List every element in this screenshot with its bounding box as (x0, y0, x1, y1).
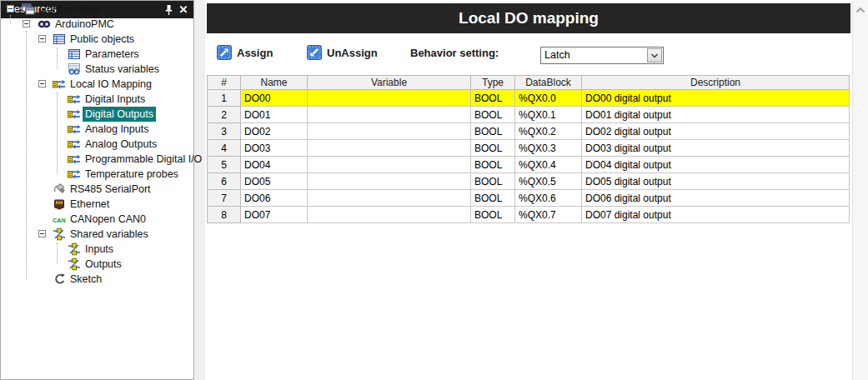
cell-variable[interactable] (308, 157, 471, 173)
io-mapping-icon (68, 122, 81, 136)
cell-name[interactable]: DO00 (241, 90, 308, 107)
ethernet-icon (53, 198, 66, 211)
cell-description[interactable]: DO04 digital output (582, 157, 850, 173)
tree-item-status-variables[interactable]: Status variables (1, 62, 193, 77)
cell-datablock[interactable]: %QX0.3 (515, 140, 582, 157)
cell-num[interactable]: 5 (208, 157, 241, 173)
cell-description[interactable]: DO00 digital output (582, 90, 850, 107)
cell-datablock[interactable]: %QX0.4 (515, 157, 582, 173)
tree-item-shared-variables[interactable]: Shared variables (1, 227, 193, 242)
expand-toggle-icon[interactable] (38, 80, 46, 88)
cell-num[interactable]: 4 (208, 140, 241, 157)
tree-item-temperature-probes[interactable]: Temperature probes (1, 167, 193, 182)
cell-datablock[interactable]: %QX0.0 (515, 90, 582, 107)
cell-description[interactable]: DO01 digital output (582, 107, 850, 123)
cell-type[interactable]: BOOL (471, 173, 515, 190)
tree-item-digital-outputs[interactable]: Digital Outputs (1, 107, 193, 122)
cell-type[interactable]: BOOL (471, 207, 515, 223)
expand-toggle-icon[interactable] (23, 20, 30, 28)
cell-name[interactable]: DO03 (241, 140, 308, 157)
cell-description[interactable]: DO07 digital output (582, 207, 850, 223)
table-row-do03[interactable]: 4DO03BOOL%QX0.3DO03 digital output (208, 140, 850, 157)
tree-item-configuration[interactable]: Configuration (1, 2, 193, 17)
cell-variable[interactable] (308, 107, 471, 123)
tree-item-local-io-mapping[interactable]: Local IO Mapping (1, 77, 193, 92)
cell-description[interactable]: DO03 digital output (582, 140, 850, 157)
cell-description[interactable]: DO02 digital output (582, 123, 850, 140)
cell-description[interactable]: DO06 digital output (582, 190, 850, 207)
column-header-: # (208, 76, 241, 90)
table-row-do04[interactable]: 5DO04BOOL%QX0.4DO04 digital output (208, 157, 850, 173)
cell-variable[interactable] (308, 190, 471, 207)
scroll-up-icon[interactable] (853, 3, 868, 17)
can-icon: CAN (53, 212, 66, 226)
table-row-do06[interactable]: 7DO06BOOL%QX0.6DO06 digital output (208, 190, 850, 207)
cell-datablock[interactable]: %QX0.5 (515, 173, 582, 190)
tree-item-canopen-can0[interactable]: CANCANopen CAN0 (1, 212, 193, 227)
cell-datablock[interactable]: %QX0.7 (515, 207, 582, 223)
tree-item-programmable-digital-i-o[interactable]: Programmable Digital I/O (1, 152, 193, 167)
cell-type[interactable]: BOOL (471, 107, 515, 123)
resources-panel: Resources ✕ ConfigurationArduinoPMCPubli… (0, 0, 194, 380)
table-row-do01[interactable]: 2DO01BOOL%QX0.1DO01 digital output (208, 107, 850, 123)
cell-variable[interactable] (308, 90, 471, 107)
cell-variable[interactable] (308, 123, 471, 140)
table-row-do05[interactable]: 6DO05BOOL%QX0.5DO05 digital output (208, 173, 850, 190)
chevron-down-icon[interactable] (647, 48, 662, 62)
cell-num[interactable]: 2 (208, 107, 241, 123)
cell-datablock[interactable]: %QX0.6 (515, 190, 582, 207)
vertical-scrollbar[interactable] (852, 0, 868, 380)
tree-item-label: Public objects (68, 32, 137, 47)
io-mapping-icon (68, 92, 81, 106)
assign-button[interactable]: Assign (217, 44, 273, 61)
cell-num[interactable]: 3 (208, 123, 241, 140)
tree-item-parameters[interactable]: Parameters (1, 47, 193, 62)
expand-toggle-icon[interactable] (38, 230, 46, 238)
cell-type[interactable]: BOOL (471, 140, 515, 157)
cell-variable[interactable] (308, 140, 471, 157)
shared-variables-icon (53, 228, 66, 241)
tree-item-label: RS485 SerialPort (68, 182, 153, 197)
cell-datablock[interactable]: %QX0.2 (515, 123, 582, 140)
cell-type[interactable]: BOOL (471, 90, 515, 107)
cell-num[interactable]: 1 (208, 90, 241, 107)
cell-type[interactable]: BOOL (471, 123, 515, 140)
io-mapping-icon (68, 152, 81, 166)
cell-num[interactable]: 8 (208, 207, 241, 223)
tree-item-ethernet[interactable]: Ethernet (1, 197, 193, 212)
tree-item-analog-outputs[interactable]: Analog Outputs (1, 137, 193, 152)
cell-type[interactable]: BOOL (471, 157, 515, 173)
tree-item-arduinopmc[interactable]: ArduinoPMC (1, 17, 193, 32)
cell-name[interactable]: DO02 (241, 123, 308, 140)
cell-description[interactable]: DO05 digital output (582, 173, 850, 190)
expand-toggle-icon[interactable] (38, 35, 46, 42)
table-row-do02[interactable]: 3DO02BOOL%QX0.2DO02 digital output (208, 123, 850, 140)
cell-name[interactable]: DO07 (241, 207, 308, 223)
cell-num[interactable]: 7 (208, 190, 241, 207)
tree-item-outputs[interactable]: Outputs (1, 257, 193, 272)
tree-item-public-objects[interactable]: Public objects (1, 32, 193, 47)
tree-item-label: Shared variables (68, 227, 151, 242)
tree-item-sketch[interactable]: Sketch (1, 272, 193, 287)
cell-datablock[interactable]: %QX0.1 (515, 107, 582, 123)
cell-variable[interactable] (308, 207, 471, 223)
expand-toggle-icon[interactable] (7, 5, 14, 12)
behavior-select[interactable]: Latch (540, 47, 664, 64)
cell-variable[interactable] (308, 173, 471, 190)
table-row-do07[interactable]: 8DO07BOOL%QX0.7DO07 digital output (208, 207, 850, 223)
unassign-button[interactable]: UnAssign (307, 44, 378, 61)
cell-type[interactable]: BOOL (471, 190, 515, 207)
tree-item-analog-inputs[interactable]: Analog Inputs (1, 122, 193, 137)
tree-item-digital-inputs[interactable]: Digital Inputs (1, 92, 193, 107)
cell-name[interactable]: DO05 (241, 173, 308, 190)
io-mapping-icon (53, 78, 66, 91)
column-header-name: Name (241, 76, 308, 90)
tree-item-inputs[interactable]: Inputs (1, 242, 193, 257)
cell-name[interactable]: DO01 (241, 107, 308, 123)
table-row-do00[interactable]: 1DO00BOOL%QX0.0DO00 digital output (208, 90, 850, 107)
tree-item-rs485-serialport[interactable]: RS485 SerialPort (1, 182, 193, 197)
cell-name[interactable]: DO04 (241, 157, 308, 173)
cell-num[interactable]: 6 (208, 173, 241, 190)
cell-name[interactable]: DO06 (241, 190, 308, 207)
behavior-setting-label: Behavior setting: (410, 47, 499, 59)
